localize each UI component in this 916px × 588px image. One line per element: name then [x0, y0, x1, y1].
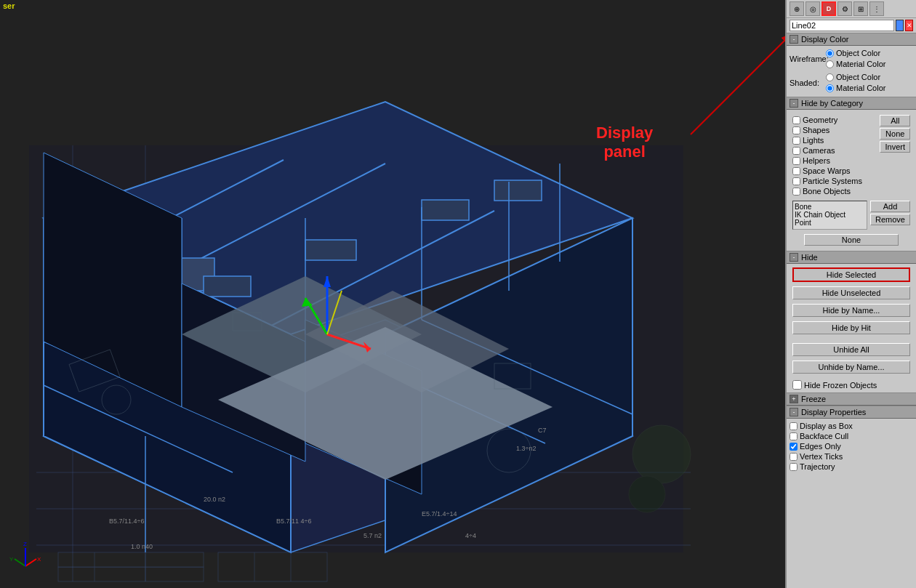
none-btn-bottom[interactable]: None — [804, 234, 899, 246]
shapes-checkbox[interactable] — [792, 126, 800, 134]
edges-only-label: Edges Only — [800, 442, 841, 451]
delete-button[interactable]: ✕ — [905, 20, 913, 31]
svg-text:1.3÷n2: 1.3÷n2 — [516, 445, 536, 452]
hide-by-category-title: Hide by Category — [801, 99, 863, 108]
display-as-box-row: Display as Box — [790, 421, 913, 431]
hide-selected-button[interactable]: Hide Selected — [792, 267, 910, 282]
motion-icon[interactable]: ◎ — [805, 1, 820, 16]
lights-checkbox[interactable] — [792, 137, 800, 145]
space-warps-checkbox[interactable] — [792, 167, 800, 175]
object-name-row: ✕ — [787, 18, 916, 33]
freeze-title: Freeze — [801, 395, 826, 403]
svg-rect-22 — [494, 180, 542, 201]
hide-unselected-button[interactable]: Hide Unselected — [792, 286, 910, 299]
unhide-by-name-row: Unhide by Name... — [790, 359, 913, 376]
all-button[interactable]: All — [880, 115, 910, 126]
bone-item-3: Point — [795, 219, 865, 227]
display-as-box-label: Display as Box — [800, 422, 853, 430]
shaded-object-color-row: Object Color — [826, 72, 885, 82]
utility2-icon[interactable]: ⊞ — [853, 1, 868, 16]
shaded-label: Shaded: — [790, 78, 826, 87]
trajectory-checkbox[interactable] — [790, 463, 798, 471]
viewport-label: ser — [3, 1, 15, 10]
svg-text:5.7 n2: 5.7 n2 — [363, 532, 382, 539]
hide-content: Hide Selected Hide Unselected Hide by Na… — [787, 264, 916, 392]
hide-frozen-label: Hide Frozen Objects — [804, 381, 877, 390]
wireframe-row: Wireframe: Object Color Material Color — [790, 48, 913, 69]
backface-cull-row: Backface Cull — [790, 431, 913, 441]
backface-cull-checkbox[interactable] — [790, 432, 798, 440]
display-as-box-checkbox[interactable] — [790, 422, 798, 430]
wireframe-object-label: Object Color — [836, 49, 880, 57]
edges-only-checkbox[interactable] — [790, 443, 798, 451]
svg-text:C7: C7 — [538, 427, 547, 434]
collapse-btn[interactable]: - — [790, 35, 798, 44]
hide-header[interactable]: - Hide — [787, 251, 916, 264]
trajectory-label: Trajectory — [800, 462, 835, 471]
shaded-material-radio[interactable] — [826, 84, 834, 92]
none-btn-row: None — [790, 232, 913, 248]
svg-text:Z: Z — [23, 541, 27, 547]
object-name-input[interactable] — [790, 20, 894, 31]
backface-cull-label: Backface Cull — [800, 432, 848, 440]
particle-systems-checkbox[interactable] — [792, 177, 800, 185]
add-button[interactable]: Add — [870, 201, 910, 212]
display-color-title: Display Color — [801, 35, 848, 44]
helpers-checkbox[interactable] — [792, 157, 800, 165]
unhide-all-button[interactable]: Unhide All — [792, 343, 910, 356]
cameras-checkbox[interactable] — [792, 147, 800, 155]
color-swatch[interactable] — [896, 20, 904, 31]
bone-objects-checkbox[interactable] — [792, 188, 800, 196]
hide-category-collapse[interactable]: - — [790, 99, 798, 108]
geometry-label: Geometry — [803, 116, 837, 124]
display-color-content: Wireframe: Object Color Material Color S… — [787, 46, 916, 97]
geometry-checkbox[interactable] — [792, 116, 800, 124]
wireframe-material-radio[interactable] — [826, 60, 834, 68]
particle-systems-row: Particle Systems — [792, 176, 910, 186]
hide-frozen-checkbox[interactable] — [792, 380, 802, 390]
freeze-header[interactable]: + Freeze — [787, 392, 916, 406]
bone-buttons: Add Remove — [870, 201, 910, 230]
hide-unselected-row: Hide Unselected — [790, 285, 913, 302]
bone-objects-row: Bone Objects — [792, 186, 910, 196]
hierarchy-icon[interactable]: ⊕ — [790, 1, 804, 16]
display-props-header[interactable]: - Display Properties — [787, 406, 916, 419]
bone-item-2: IK Chain Object — [795, 211, 865, 219]
shapes-label: Shapes — [803, 126, 829, 134]
bone-item-1: Bone — [795, 203, 865, 211]
vertex-ticks-checkbox[interactable] — [790, 453, 798, 461]
hide-by-name-button[interactable]: Hide by Name... — [792, 304, 910, 317]
svg-rect-20 — [305, 240, 356, 260]
display-color-header[interactable]: - Display Color — [787, 33, 916, 46]
wireframe-options: Object Color Material Color — [826, 48, 885, 69]
svg-text:B5.7/11 4÷6: B5.7/11 4÷6 — [276, 517, 311, 525]
hide-by-category-header[interactable]: - Hide by Category — [787, 97, 916, 110]
display-icon active[interactable]: D — [821, 1, 836, 16]
panel-toolbar: ⊕ ◎ D ⚙ ⊞ ⋮ — [787, 0, 916, 18]
svg-text:E5.7/1.4÷14: E5.7/1.4÷14 — [422, 510, 457, 517]
unhide-by-name-button[interactable]: Unhide by Name... — [792, 361, 910, 374]
freeze-collapse[interactable]: + — [790, 395, 798, 403]
trajectory-row: Trajectory — [790, 462, 913, 472]
remove-button[interactable]: Remove — [870, 214, 910, 225]
hide-collapse[interactable]: - — [790, 253, 798, 262]
hide-by-hit-button[interactable]: Hide by Hit — [792, 321, 910, 334]
shaded-object-radio[interactable] — [826, 73, 834, 81]
svg-text:4÷4: 4÷4 — [465, 532, 476, 539]
svg-line-72 — [15, 559, 25, 566]
svg-text:B5.7/11.4÷6: B5.7/11.4÷6 — [109, 517, 144, 525]
invert-button[interactable]: Invert — [880, 141, 910, 153]
wireframe-object-radio[interactable] — [826, 49, 834, 57]
viewport[interactable]: B5.7/11.4÷6 20.0 n2 B5.7/11 4÷6 5.7 n2 E… — [0, 0, 785, 588]
utility-icon[interactable]: ⚙ — [837, 1, 852, 16]
display-props-collapse[interactable]: - — [790, 408, 798, 416]
hide-category-content: All None Invert Geometry Shapes Lights — [787, 110, 916, 251]
svg-rect-19 — [204, 276, 251, 297]
helpers-label: Helpers — [803, 156, 830, 165]
space-warps-label: Space Warps — [803, 166, 851, 175]
shaded-material-label: Material Color — [836, 84, 885, 92]
none-button[interactable]: None — [880, 128, 910, 140]
shaded-options: Object Color Material Color — [826, 72, 885, 93]
svg-text:Y: Y — [9, 556, 14, 563]
settings-icon[interactable]: ⋮ — [869, 1, 884, 16]
